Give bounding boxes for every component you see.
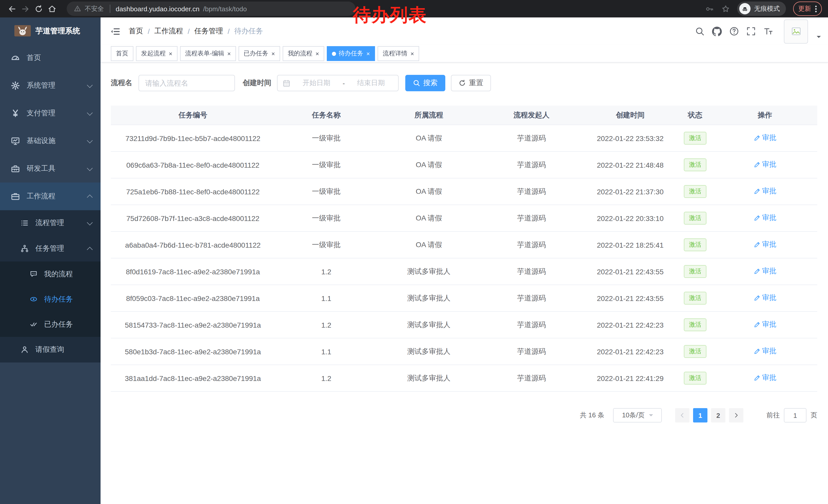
end-date-placeholder[interactable]: 结束日期 <box>349 79 393 88</box>
browser-menu-icon[interactable] <box>815 5 817 12</box>
audit-link[interactable]: 审批 <box>753 214 777 223</box>
create-time-label: 创建时间 <box>243 79 272 88</box>
avatar-dropdown-caret-icon[interactable] <box>817 36 821 40</box>
sidebar-item-done-tasks[interactable]: 已办任务 <box>0 312 100 337</box>
close-tab-icon[interactable] <box>410 50 414 57</box>
sidebar-item-home[interactable]: 首页 <box>0 44 100 72</box>
table-header: 任务编号 任务名称 所属流程 流程发起人 创建时间 状态 操作 <box>111 106 817 125</box>
tab-process-detail[interactable]: 流程详情 <box>378 46 419 61</box>
tab-my-process[interactable]: 我的流程 <box>283 46 324 61</box>
task-id-cell: 725a1eb6-7b88-11ec-8ef0-acde48001122 <box>111 178 275 205</box>
browser-back-button[interactable] <box>5 2 18 15</box>
dashboard-icon <box>11 53 20 62</box>
password-key-icon[interactable] <box>705 4 714 13</box>
sidebar-item-leave-query[interactable]: 请假查询 <box>0 337 100 363</box>
table-row: 381aa1dd-7ac8-11ec-a9e2-a2380e71991a 1.2… <box>111 365 817 392</box>
start-date-placeholder[interactable]: 开始日期 <box>294 79 339 88</box>
close-tab-icon[interactable] <box>169 50 172 57</box>
task-id-cell: a6aba0a4-7b6d-11ec-b781-acde48001122 <box>111 231 275 258</box>
search-icon[interactable] <box>695 27 704 36</box>
fullscreen-icon[interactable] <box>746 27 756 36</box>
audit-link[interactable]: 审批 <box>753 347 777 356</box>
sidebar-item-process-management[interactable]: 流程管理 <box>0 210 100 236</box>
sidebar-item-devtools[interactable]: 研发工具 <box>0 155 100 183</box>
logo-rabbit-image <box>14 25 31 36</box>
breadcrumb-item[interactable]: 任务管理 <box>195 27 223 36</box>
status-badge: 激活 <box>684 158 706 171</box>
search-button[interactable]: 搜索 <box>405 75 445 91</box>
breadcrumb-item[interactable]: 工作流程 <box>155 27 183 36</box>
goto-page-input[interactable] <box>784 408 806 422</box>
status-badge: 激活 <box>684 132 706 145</box>
task-table: 任务编号 任务名称 所属流程 流程发起人 创建时间 状态 操作 73211 <box>111 106 817 392</box>
browser-update-button[interactable]: 更新 <box>793 2 822 16</box>
next-page-button[interactable] <box>729 408 743 422</box>
pencil-icon <box>753 188 760 195</box>
page-button-2[interactable]: 2 <box>711 408 726 422</box>
sidebar-item-label: 工作流程 <box>27 192 81 201</box>
close-tab-icon[interactable] <box>366 50 370 57</box>
audit-link[interactable]: 审批 <box>753 240 777 249</box>
audit-link-label: 审批 <box>762 134 777 143</box>
sidebar-item-infra[interactable]: 基础设施 <box>0 127 100 155</box>
tab-done-tasks[interactable]: 已办任务 <box>239 46 280 61</box>
audit-link-label: 审批 <box>762 160 777 170</box>
close-tab-icon[interactable] <box>272 50 275 57</box>
audit-link[interactable]: 审批 <box>753 160 777 170</box>
status-badge: 激活 <box>684 238 706 251</box>
page-button-1[interactable]: 1 <box>693 408 707 422</box>
sidebar-item-workflow[interactable]: 工作流程 <box>0 183 100 210</box>
tab-start-process[interactable]: 发起流程 <box>136 46 177 61</box>
audit-link[interactable]: 审批 <box>753 187 777 196</box>
bookmark-star-icon[interactable] <box>721 4 730 13</box>
browser-home-button[interactable] <box>45 2 58 15</box>
task-process-cell: OA 请假 <box>378 205 480 231</box>
task-status-cell: 激活 <box>678 365 713 392</box>
page-size-select[interactable]: 10条/页 <box>613 408 662 422</box>
sidebar-item-system[interactable]: 系统管理 <box>0 72 100 99</box>
help-icon[interactable] <box>730 27 739 36</box>
github-icon[interactable] <box>712 27 722 36</box>
browser-reload-button[interactable] <box>32 2 45 15</box>
audit-link[interactable]: 审批 <box>753 267 777 276</box>
security-label[interactable]: 不安全 <box>85 4 104 13</box>
breadcrumb-item[interactable]: 首页 <box>129 27 143 36</box>
main-area: 首页 / 工作流程 / 任务管理 / 待办任务 <box>100 17 828 504</box>
sidebar-item-my-process[interactable]: 我的流程 <box>0 262 100 287</box>
task-created-cell: 2022-01-22 23:53:32 <box>583 125 678 151</box>
sidebar-item-payment[interactable]: 支付管理 <box>0 99 100 127</box>
create-time-range-picker[interactable]: 开始日期 - 结束日期 <box>277 75 399 91</box>
close-tab-icon[interactable] <box>316 50 319 57</box>
reset-button[interactable]: 重置 <box>451 75 491 91</box>
calendar-icon <box>283 79 290 87</box>
user-avatar[interactable] <box>784 19 808 43</box>
task-initiator-cell: 芋道源码 <box>480 151 583 178</box>
table-row: 8f059c03-7ac8-11ec-a9e2-a2380e71991a 1.1… <box>111 285 817 312</box>
collapse-sidebar-icon[interactable] <box>110 27 120 36</box>
audit-link[interactable]: 审批 <box>753 373 777 383</box>
update-label[interactable]: 更新 <box>798 4 811 13</box>
font-size-icon[interactable] <box>763 27 773 36</box>
audit-link[interactable]: 审批 <box>753 293 777 303</box>
audit-link[interactable]: 审批 <box>753 134 777 143</box>
audit-link-label: 审批 <box>762 320 777 329</box>
task-name-cell: 一级审批 <box>275 231 378 258</box>
chevron-up-icon <box>87 247 93 253</box>
tab-home[interactable]: 首页 <box>111 46 133 61</box>
sidebar-item-todo-tasks[interactable]: 待办任务 <box>0 287 100 312</box>
sidebar-logo[interactable]: 芋道管理系统 <box>0 17 100 44</box>
tab-todo-tasks[interactable]: 待办任务 <box>327 46 375 61</box>
task-name-cell: 一级审批 <box>275 178 378 205</box>
sidebar-item-label: 请假查询 <box>35 345 92 354</box>
browser-forward-button[interactable] <box>18 2 32 15</box>
tab-process-form-edit[interactable]: 流程表单-编辑 <box>180 46 236 61</box>
process-name-input[interactable] <box>138 75 235 91</box>
address-bar[interactable]: 不安全 dashboard.yudao.iocoder.cn/bpm/task/… <box>67 2 356 16</box>
task-process-cell: 测试多审批人 <box>378 338 480 365</box>
prev-page-button[interactable] <box>675 408 690 422</box>
sidebar-item-label: 首页 <box>27 53 92 62</box>
close-tab-icon[interactable] <box>227 50 231 57</box>
sidebar-item-task-management[interactable]: 任务管理 <box>0 236 100 262</box>
back-arrow-icon <box>7 4 16 13</box>
audit-link[interactable]: 审批 <box>753 320 777 329</box>
